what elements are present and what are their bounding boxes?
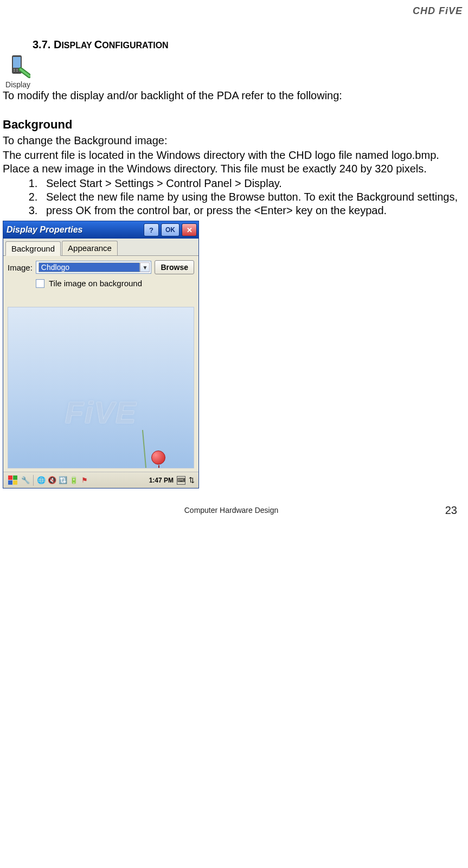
app-icon[interactable]: 🔧 bbox=[21, 475, 30, 485]
section-title-c: C bbox=[94, 38, 102, 50]
help-button[interactable]: ? bbox=[144, 223, 159, 236]
background-heading: Background bbox=[3, 118, 468, 132]
footer-text: Computer Hardware Design bbox=[184, 506, 279, 515]
step-2-text: Select the new file name by using the Br… bbox=[46, 191, 458, 203]
step-2: Select the new file name by using the Br… bbox=[41, 190, 468, 204]
titlebar: Display Properties ? OK ✕ bbox=[3, 221, 198, 239]
section-title: 3.7. DISPLAY CONFIGURATION bbox=[33, 38, 468, 51]
brand-header: CHD FiVE bbox=[3, 5, 468, 17]
five-logo: FiVE bbox=[8, 395, 194, 430]
image-row: Image: Chdlogo ▼ Browse bbox=[8, 260, 194, 274]
background-preview: FiVE bbox=[8, 307, 194, 468]
step-1: Select Start > Settings > Control Panel … bbox=[41, 177, 468, 190]
intro-text: To modify the display and/or backlight o… bbox=[3, 89, 468, 102]
close-button[interactable]: ✕ bbox=[182, 223, 197, 236]
tab-body: Image: Chdlogo ▼ Browse Tile image on ba… bbox=[3, 256, 198, 472]
section-title-onfiguration: ONFIGURATION bbox=[102, 41, 168, 50]
step-3-text: press OK from the control bar, or press … bbox=[46, 204, 387, 216]
tray-icons: 🌐 🔇 🔃 🔋 ⚑ bbox=[36, 475, 89, 485]
display-icon-label: Display bbox=[3, 80, 33, 89]
section-number: 3.7. bbox=[33, 38, 50, 50]
svg-rect-1 bbox=[13, 57, 21, 68]
svg-rect-5 bbox=[14, 70, 15, 72]
tile-label: Tile image on background bbox=[49, 279, 142, 288]
red-pin-icon bbox=[151, 451, 165, 465]
section-title-isplay: ISPLAY bbox=[61, 41, 94, 50]
tab-background[interactable]: Background bbox=[5, 241, 61, 256]
volume-mute-icon[interactable]: 🔇 bbox=[47, 475, 57, 485]
svg-rect-2 bbox=[14, 69, 15, 70]
bg-p2: The current file is located in the Windo… bbox=[3, 149, 468, 176]
tile-row: Tile image on background bbox=[36, 279, 194, 288]
svg-rect-6 bbox=[16, 70, 18, 72]
chevron-down-icon[interactable]: ▼ bbox=[140, 262, 150, 272]
tile-checkbox[interactable] bbox=[36, 279, 44, 288]
step-3: press OK from the control bar, or press … bbox=[41, 204, 468, 217]
sync-icon[interactable]: 🔃 bbox=[58, 475, 68, 485]
section-title-d: D bbox=[54, 38, 61, 50]
display-icon-block: Display bbox=[3, 54, 33, 89]
svg-rect-3 bbox=[16, 69, 18, 70]
page-footer: Computer Hardware Design 23 bbox=[0, 506, 463, 515]
image-combo-value: Chdlogo bbox=[39, 262, 140, 272]
page-number: 23 bbox=[445, 504, 457, 517]
taskbar-clock[interactable]: 1:47 PM bbox=[149, 477, 174, 484]
image-combo[interactable]: Chdlogo ▼ bbox=[36, 261, 152, 274]
alert-icon[interactable]: ⚑ bbox=[80, 475, 89, 485]
step-1-text: Select Start > Settings > Control Panel … bbox=[46, 177, 282, 189]
taskbar-divider bbox=[33, 475, 34, 486]
bg-p1: To change the Background image: bbox=[3, 134, 468, 147]
battery-icon[interactable]: 🔋 bbox=[69, 475, 79, 485]
network-icon[interactable]: 🌐 bbox=[36, 475, 46, 485]
pda-display-icon bbox=[5, 54, 30, 79]
windows-flag-icon bbox=[8, 475, 17, 485]
start-button[interactable] bbox=[5, 474, 20, 487]
steps-list: Select Start > Settings > Control Panel … bbox=[41, 177, 468, 217]
expand-tray-icon[interactable]: ⇅ bbox=[187, 475, 196, 485]
image-label: Image: bbox=[8, 263, 33, 272]
tab-strip: Background Appearance bbox=[3, 239, 198, 256]
ok-button[interactable]: OK bbox=[161, 223, 179, 236]
grass-blade-icon bbox=[142, 430, 146, 468]
keyboard-icon[interactable]: ⌨ bbox=[177, 476, 185, 485]
window-title: Display Properties bbox=[7, 225, 142, 235]
tab-appearance[interactable]: Appearance bbox=[62, 241, 118, 255]
taskbar: 🔧 🌐 🔇 🔃 🔋 ⚑ 1:47 PM ⌨ ⇅ bbox=[3, 472, 198, 488]
browse-button[interactable]: Browse bbox=[155, 260, 194, 274]
display-properties-window: Display Properties ? OK ✕ Background App… bbox=[3, 221, 199, 488]
